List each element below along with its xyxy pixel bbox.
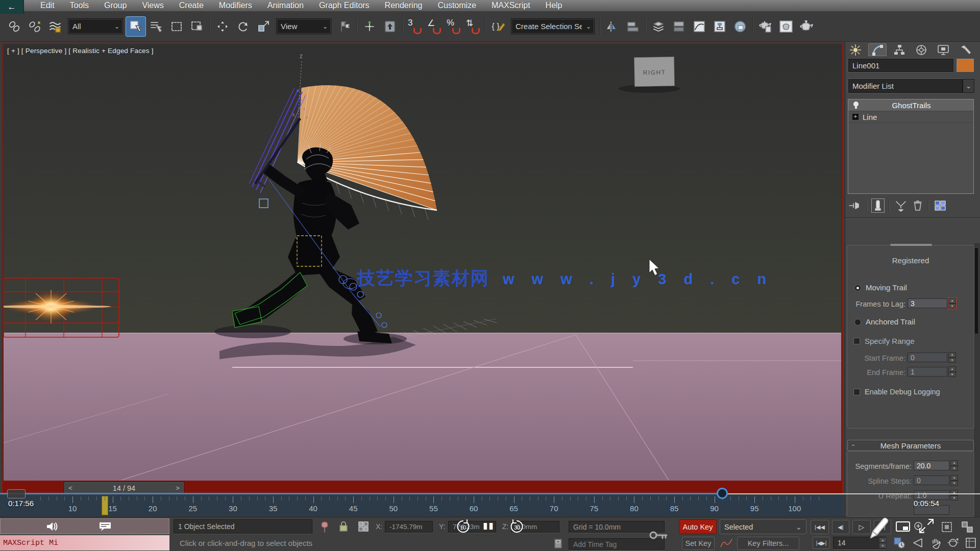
- spinner-down[interactable]: ▼: [948, 358, 956, 363]
- video-progress-filled[interactable]: [0, 493, 724, 494]
- angle-snap-icon[interactable]: ∠: [425, 17, 444, 36]
- enable-debug-checkbox[interactable]: [853, 389, 860, 395]
- mirror-icon[interactable]: [602, 16, 623, 37]
- stack-item-line[interactable]: + Line: [848, 111, 973, 123]
- rectangular-selection-region-icon[interactable]: [166, 16, 187, 37]
- spinner-up[interactable]: ▲: [950, 460, 958, 466]
- viewport-label[interactable]: [ + ] [ Perspective ] [ Realistic + Edge…: [7, 47, 154, 55]
- menu-tools[interactable]: Tools: [62, 1, 96, 10]
- spinner-up[interactable]: ▲: [950, 475, 958, 481]
- previous-frame-button[interactable]: <: [64, 484, 77, 492]
- tab-modify-icon[interactable]: [868, 43, 887, 56]
- material-editor-icon[interactable]: [730, 16, 750, 37]
- start-frame-spinner[interactable]: ▲▼: [948, 352, 956, 363]
- previous-frame-playback-button[interactable]: ◀|: [832, 520, 849, 534]
- pin-stack-icon[interactable]: [848, 200, 862, 211]
- menu-animation[interactable]: Animation: [260, 1, 311, 10]
- graphite-ribbon-icon[interactable]: [669, 16, 689, 37]
- window-crossing-icon[interactable]: [187, 16, 207, 37]
- pause-icon[interactable]: ▮▮: [483, 520, 495, 531]
- pan-hand-icon[interactable]: [930, 537, 942, 551]
- spinner-down[interactable]: ▼: [948, 304, 956, 309]
- start-frame-field[interactable]: 0: [908, 353, 947, 362]
- bind-to-space-warp-icon[interactable]: [45, 16, 65, 37]
- spline-steps-field[interactable]: 0: [914, 475, 949, 485]
- key-mode-toggle-button[interactable]: |◀▶|: [813, 537, 830, 549]
- frames-to-lag-spinner[interactable]: ▲▼: [948, 298, 956, 309]
- bulb-icon[interactable]: [852, 101, 860, 109]
- skip-back-10-icon[interactable]: 10: [454, 519, 472, 537]
- auto-key-button[interactable]: Auto Key: [679, 519, 717, 534]
- next-frame-button[interactable]: >: [172, 484, 184, 492]
- video-progress-knob[interactable]: [717, 488, 728, 499]
- maximize-viewport-icon[interactable]: [965, 537, 977, 551]
- tab-display-icon[interactable]: [934, 43, 952, 56]
- select-and-manipulate-icon[interactable]: [359, 16, 380, 37]
- zoom-extents-icon[interactable]: [940, 520, 953, 536]
- menu-create[interactable]: Create: [172, 1, 211, 10]
- set-keys-icon[interactable]: [648, 529, 669, 544]
- spinner-up[interactable]: ▲: [948, 366, 956, 372]
- render-setup-icon[interactable]: [755, 16, 776, 37]
- modifier-list-chevron[interactable]: ⌄: [963, 79, 974, 93]
- pip-icon[interactable]: [895, 521, 911, 535]
- selection-filter-dropdown[interactable]: All⌄: [68, 18, 123, 34]
- edit-named-sets-icon[interactable]: { }: [488, 16, 508, 37]
- spinner-up[interactable]: ▲: [948, 352, 956, 358]
- speaker-icon[interactable]: [45, 521, 60, 534]
- select-and-move-icon[interactable]: [212, 16, 233, 37]
- comment-icon[interactable]: [99, 521, 113, 534]
- moving-trail-label[interactable]: Moving Trail: [866, 283, 907, 292]
- set-key-button[interactable]: Set Key: [682, 537, 715, 550]
- stack-item-ghosttrails[interactable]: GhostTrails: [848, 99, 973, 111]
- spinner-down[interactable]: ▼: [950, 481, 958, 486]
- u-repeat-spinner[interactable]: ▲▼: [950, 490, 958, 500]
- menu-group[interactable]: Group: [96, 1, 134, 10]
- spinner-snap-icon[interactable]: ⇅: [463, 17, 483, 36]
- expand-plus-icon[interactable]: +: [852, 114, 859, 120]
- spinner-down[interactable]: ▼: [948, 372, 956, 378]
- configure-modifier-sets-icon[interactable]: [934, 199, 947, 212]
- end-frame-spinner[interactable]: ▲▼: [948, 366, 956, 377]
- modifier-list-dropdown[interactable]: Modifier List: [848, 79, 963, 93]
- select-and-scale-icon[interactable]: [253, 16, 274, 37]
- collapse-icon[interactable]: -: [852, 440, 854, 449]
- menu-customize[interactable]: Customize: [430, 1, 484, 10]
- reference-coordinate-dropdown[interactable]: View⌄: [276, 18, 331, 34]
- panel-scrollbar-thumb[interactable]: [975, 248, 978, 334]
- anchored-trail-label[interactable]: Anchored Trail: [866, 317, 915, 326]
- x-coordinate-field[interactable]: -1745.79m: [385, 521, 433, 533]
- tab-motion-icon[interactable]: [912, 43, 930, 56]
- orbit-icon[interactable]: [946, 537, 960, 551]
- pencil-icon[interactable]: [865, 515, 888, 543]
- menu-help[interactable]: Help: [538, 1, 570, 10]
- time-slider-value[interactable]: 14 / 94: [77, 484, 172, 492]
- time-configuration-icon[interactable]: [893, 537, 905, 551]
- curve-editor-icon[interactable]: [689, 16, 709, 37]
- selection-lock-icon[interactable]: [338, 520, 349, 535]
- end-frame-field[interactable]: 1: [908, 367, 947, 377]
- schematic-view-icon[interactable]: [709, 16, 730, 37]
- tab-create-icon[interactable]: [846, 43, 865, 56]
- menu-graph-editors[interactable]: Graph Editors: [311, 1, 377, 10]
- select-and-rotate-icon[interactable]: [233, 16, 253, 37]
- remove-modifier-icon[interactable]: [912, 199, 923, 212]
- segments-frame-spinner[interactable]: ▲▼: [950, 460, 958, 471]
- snaps-toggle-icon[interactable]: 3: [405, 17, 425, 36]
- menu-maxscript[interactable]: MAXScript: [484, 1, 538, 10]
- viewport-canvas[interactable]: z x: [4, 44, 841, 481]
- select-and-link-icon[interactable]: [4, 16, 24, 37]
- use-pivot-center-icon[interactable]: [334, 16, 354, 37]
- tab-utilities-icon[interactable]: [956, 43, 974, 56]
- modifier-stack[interactable]: GhostTrails + Line: [848, 99, 974, 194]
- menu-modifiers[interactable]: Modifiers: [211, 1, 260, 10]
- spinner-down[interactable]: ▼: [879, 543, 887, 548]
- percent-snap-icon[interactable]: %: [444, 17, 463, 36]
- video-back-button[interactable]: ←: [0, 0, 24, 14]
- enable-debug-label[interactable]: Enable Debug Logging: [865, 388, 940, 396]
- align-icon[interactable]: [623, 16, 643, 37]
- rendered-frame-icon[interactable]: [776, 16, 796, 37]
- panel-scrollbar[interactable]: [974, 243, 979, 517]
- transform-typein-icon[interactable]: [357, 520, 370, 535]
- select-object-button[interactable]: [126, 16, 146, 37]
